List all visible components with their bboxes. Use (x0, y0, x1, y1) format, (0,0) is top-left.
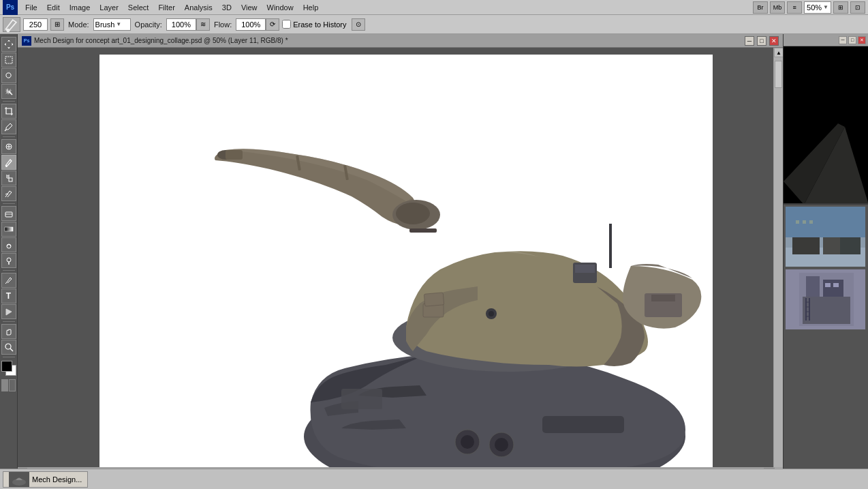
eraser-tool[interactable] (1, 206, 16, 221)
text-tool-label: T (6, 291, 11, 301)
zoom-value: 50% (807, 3, 822, 12)
menu-layer[interactable]: Layer (95, 2, 123, 13)
right-panel-minimize[interactable]: ─ (839, 36, 847, 44)
erase-history-checkbox[interactable] (282, 20, 291, 29)
svg-point-42 (495, 438, 508, 451)
brush-tool[interactable] (1, 155, 16, 170)
svg-rect-43 (341, 389, 382, 409)
scrollbar-up-button[interactable]: ▲ (774, 48, 783, 57)
opacity-value: 100% (172, 20, 191, 29)
toolbar-separator-6 (3, 357, 15, 357)
opacity-value-box[interactable]: 100% (166, 18, 196, 31)
move-tool[interactable] (1, 37, 16, 52)
doc-close-button[interactable]: ✕ (769, 36, 779, 46)
text-tool[interactable]: T (1, 288, 16, 303)
screen-mode-icon[interactable]: ⊡ (850, 1, 865, 14)
svg-line-17 (10, 349, 13, 351)
doc-canvas-container[interactable]: ▲ ▼ ◄ ► (18, 48, 783, 477)
right-thumbnails-panel (784, 205, 868, 477)
scrollbar-vertical-track[interactable] (774, 57, 783, 467)
svg-rect-1 (5, 57, 12, 63)
menu-analysis[interactable]: Analysis (180, 2, 217, 13)
foreground-color-swatch[interactable] (1, 361, 12, 372)
history-brush-tool[interactable] (1, 186, 16, 201)
svg-point-35 (396, 203, 430, 224)
toolbar-separator-2 (3, 136, 15, 137)
menu-window[interactable]: Window (262, 2, 298, 13)
document-titlebar: Ps Mech Design for concept art_01_design… (18, 34, 783, 48)
bridge-icon[interactable]: Br (753, 1, 768, 14)
right-panel-maximize[interactable]: □ (848, 36, 856, 44)
menu-3d[interactable]: 3D (217, 2, 236, 13)
menu-select[interactable]: Select (123, 2, 154, 13)
mode-dropdown[interactable]: Brush ▼ (93, 18, 131, 31)
standard-mode[interactable] (1, 379, 8, 391)
hand-tool[interactable] (1, 324, 16, 339)
svg-line-3 (5, 130, 6, 131)
eyedropper-tool[interactable] (1, 119, 16, 134)
menu-view[interactable]: View (236, 2, 262, 13)
menu-help[interactable]: Help (298, 2, 324, 13)
flow-icon[interactable]: ⟳ (266, 18, 279, 31)
path-selection-tool[interactable] (1, 304, 16, 319)
doc-ps-icon: Ps (22, 36, 31, 46)
right-top-preview (784, 59, 868, 205)
brush-tool-icon[interactable] (3, 17, 20, 32)
layout-icon[interactable]: ⊞ (833, 1, 848, 14)
doc-maximize-button[interactable]: □ (757, 36, 766, 46)
pen-tool[interactable] (1, 273, 16, 288)
lasso-tool[interactable] (1, 68, 16, 83)
spot-healing-tool[interactable] (1, 139, 16, 154)
menu-right-icons: Br Mb ≡ 50% ▼ ⊞ ⊡ (753, 1, 865, 14)
thumbnail-2[interactable] (785, 269, 866, 330)
taskbar-item-1[interactable]: Mech Design... (3, 471, 88, 488)
workspace-icon[interactable]: ≡ (787, 1, 802, 14)
doc-minimize-button[interactable]: ─ (745, 36, 754, 46)
dodge-tool[interactable] (1, 253, 16, 268)
zoom-tool[interactable] (1, 340, 16, 355)
right-panel-close[interactable]: ✕ (858, 36, 866, 44)
opacity-box: 100% ≋ (166, 18, 210, 31)
left-toolbar: T (0, 34, 18, 489)
document-title: Mech Design for concept art_01_designing… (34, 37, 742, 44)
svg-rect-27 (651, 295, 675, 301)
svg-rect-61 (825, 283, 831, 287)
zoom-dropdown-arrow[interactable]: ▼ (823, 4, 828, 10)
svg-rect-24 (575, 265, 595, 273)
airbrush-icon[interactable]: ≋ (196, 18, 210, 31)
toolbar-separator-5 (3, 321, 15, 322)
thumbnail-1[interactable] (785, 206, 866, 267)
menu-filter[interactable]: Filter (153, 2, 179, 13)
right-top-panel: ─ □ ✕ (784, 34, 868, 205)
clone-stamp-tool[interactable] (1, 171, 16, 186)
toolbar-separator-1 (3, 101, 15, 102)
menu-image[interactable]: Image (65, 2, 95, 13)
quick-mask-mode[interactable] (9, 379, 16, 391)
svg-rect-58 (806, 276, 820, 297)
svg-rect-54 (803, 220, 806, 224)
tablet-pressure-icon[interactable]: ⊙ (352, 18, 365, 31)
taskbar: Mech Design... (0, 469, 868, 489)
scrollbar-vertical-thumb[interactable] (775, 61, 782, 88)
blur-tool[interactable] (1, 237, 16, 252)
crop-tool[interactable] (1, 104, 16, 119)
erase-history-label[interactable]: Erase to History (282, 20, 346, 29)
options-bar: 250 ⊞ Mode: Brush ▼ Opacity: 100% ≋ Flow… (0, 15, 868, 34)
right-top-content (784, 46, 868, 205)
svg-rect-53 (796, 220, 799, 224)
svg-point-16 (5, 344, 11, 349)
media-browser-icon[interactable]: Mb (770, 1, 785, 14)
flow-value-box[interactable]: 100% (236, 18, 266, 31)
vertical-scrollbar[interactable]: ▲ ▼ (773, 48, 783, 477)
color-swatches[interactable] (1, 361, 16, 376)
brush-settings-icon[interactable]: ⊞ (50, 18, 64, 31)
gradient-tool[interactable] (1, 222, 16, 237)
magic-wand-tool[interactable] (1, 84, 16, 99)
brush-size-box[interactable]: 250 (23, 18, 48, 31)
zoom-percentage-box: 50% ▼ (804, 1, 831, 14)
menu-edit[interactable]: Edit (42, 2, 65, 13)
mode-label: Mode: (68, 20, 89, 29)
brush-size-value: 250 (29, 20, 42, 29)
marquee-tool[interactable] (1, 53, 16, 68)
menu-file[interactable]: File (20, 2, 42, 13)
